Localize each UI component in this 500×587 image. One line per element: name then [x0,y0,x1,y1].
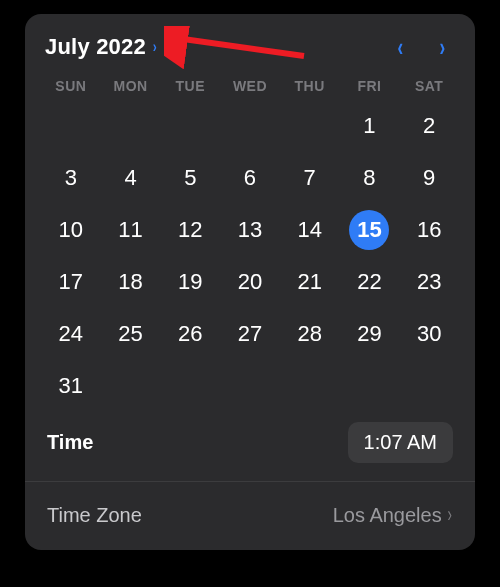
day-cell[interactable]: 6 [220,152,280,204]
day-cell[interactable]: 7 [280,152,340,204]
day-cell[interactable]: 31 [41,360,101,412]
month-header-row: July 2022 › ‹ › [41,34,459,66]
empty-cell [220,100,280,152]
timezone-value: Los Angeles [333,504,442,527]
day-cell[interactable]: 29 [340,308,400,360]
day-cell[interactable]: 8 [340,152,400,204]
day-cell[interactable]: 28 [280,308,340,360]
empty-cell [280,100,340,152]
weekday-label: TUE [160,78,220,94]
day-cell[interactable]: 4 [101,152,161,204]
day-cell[interactable]: 25 [101,308,161,360]
day-cell[interactable]: 3 [41,152,101,204]
time-row: Time 1:07 AM [41,412,459,481]
weekday-label: MON [101,78,161,94]
timezone-row[interactable]: Time Zone Los Angeles › [41,482,459,550]
day-cell[interactable]: 1 [340,100,400,152]
day-cell[interactable]: 5 [160,152,220,204]
day-cell[interactable]: 14 [280,204,340,256]
day-cell[interactable]: 18 [101,256,161,308]
day-cell[interactable]: 9 [399,152,459,204]
day-cell[interactable]: 21 [280,256,340,308]
weekday-header-row: SUNMONTUEWEDTHUFRISAT [41,78,459,94]
day-cell[interactable]: 2 [399,100,459,152]
month-nav: ‹ › [396,34,455,60]
day-cell[interactable]: 22 [340,256,400,308]
day-cell[interactable]: 27 [220,308,280,360]
time-label: Time [47,431,93,454]
timezone-value-wrap: Los Angeles › [333,502,453,528]
day-cell[interactable]: 10 [41,204,101,256]
day-cell[interactable]: 19 [160,256,220,308]
day-cell[interactable]: 13 [220,204,280,256]
timezone-label: Time Zone [47,504,142,527]
day-cell[interactable]: 23 [399,256,459,308]
month-picker-button[interactable]: July 2022 › [45,34,157,60]
day-cell[interactable]: 30 [399,308,459,360]
day-cell[interactable]: 16 [399,204,459,256]
day-cell[interactable]: 15 [340,204,400,256]
chevron-right-icon: › [447,502,451,528]
weekday-label: FRI [340,78,400,94]
empty-cell [160,100,220,152]
day-cell[interactable]: 12 [160,204,220,256]
weekday-label: THU [280,78,340,94]
time-value-chip[interactable]: 1:07 AM [348,422,453,463]
date-picker-panel: July 2022 › ‹ › SUNMONTUEWEDTHUFRISAT 12… [25,14,475,550]
empty-cell [101,100,161,152]
weekday-label: SUN [41,78,101,94]
weekday-label: WED [220,78,280,94]
prev-month-button[interactable]: ‹ [397,34,403,60]
next-month-button[interactable]: › [440,34,446,60]
day-cell[interactable]: 11 [101,204,161,256]
day-cell[interactable]: 24 [41,308,101,360]
weekday-label: SAT [399,78,459,94]
calendar-grid: 1234567891011121314151617181920212223242… [41,100,459,412]
day-cell[interactable]: 20 [220,256,280,308]
day-cell[interactable]: 26 [160,308,220,360]
chevron-right-icon: › [153,38,157,56]
month-title: July 2022 [45,34,146,60]
empty-cell [41,100,101,152]
day-cell[interactable]: 17 [41,256,101,308]
